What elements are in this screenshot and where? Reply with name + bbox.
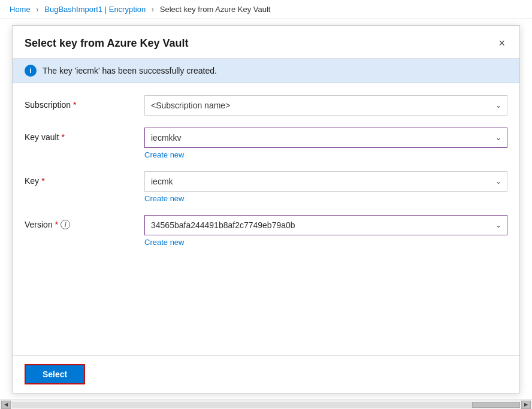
version-select[interactable]: 34565bafa244491b8af2c7749eb79a0b <box>144 215 507 235</box>
scroll-track <box>12 402 520 408</box>
version-info-icon[interactable]: i <box>61 220 70 229</box>
subscription-select[interactable]: <Subscription name> <box>144 95 507 116</box>
key-vault-select[interactable]: iecmkkv <box>144 128 507 148</box>
subscription-select-wrapper: <Subscription name> ⌄ <box>144 95 507 116</box>
version-label: Version * i <box>25 215 132 229</box>
key-create-new-link[interactable]: Create new <box>144 194 184 203</box>
breadcrumb-resource[interactable]: BugBashImport1 | Encryption <box>44 5 146 14</box>
key-vault-label: Key vault * <box>25 128 132 142</box>
version-required: * <box>55 220 58 229</box>
breadcrumb-home[interactable]: Home <box>10 5 31 14</box>
version-select-wrapper: 34565bafa244491b8af2c7749eb79a0b ⌄ <box>144 215 507 235</box>
subscription-label: Subscription * <box>25 95 132 110</box>
key-row: Key * iecmk ⌄ Create new <box>25 171 507 203</box>
version-row: Version * i 34565bafa244491b8af2c7749eb7… <box>25 215 507 247</box>
dialog-container: Select key from Azure Key Vault × i The … <box>12 25 520 393</box>
breadcrumb: Home › BugBashImport1 | Encryption › Sel… <box>0 0 532 19</box>
info-icon: i <box>25 65 37 77</box>
bottom-scrollbar: ◀ ▶ <box>0 399 532 409</box>
subscription-row: Subscription * <Subscription name> ⌄ <box>25 95 507 116</box>
key-vault-select-wrapper: iecmkkv ⌄ <box>144 128 507 148</box>
dialog-footer: Select <box>13 355 519 393</box>
info-banner: i The key 'iecmk' has been successfully … <box>13 59 519 83</box>
info-message: The key 'iecmk' has been successfully cr… <box>43 66 217 75</box>
dialog-body: Subscription * <Subscription name> ⌄ Key… <box>13 83 519 355</box>
key-required: * <box>41 176 44 186</box>
key-label: Key * <box>25 171 132 186</box>
key-input-group: iecmk ⌄ Create new <box>144 171 507 203</box>
key-select-wrapper: iecmk ⌄ <box>144 171 507 192</box>
dialog-header: Select key from Azure Key Vault × <box>13 26 519 59</box>
subscription-required: * <box>73 100 76 110</box>
subscription-input-group: <Subscription name> ⌄ <box>144 95 507 116</box>
version-create-new-link[interactable]: Create new <box>144 238 184 247</box>
close-button[interactable]: × <box>496 35 507 51</box>
version-input-group: 34565bafa244491b8af2c7749eb79a0b ⌄ Creat… <box>144 215 507 247</box>
breadcrumb-current: Select key from Azure Key Vault <box>160 5 271 14</box>
breadcrumb-sep2: › <box>152 5 154 14</box>
key-select[interactable]: iecmk <box>144 171 507 192</box>
scroll-left-arrow[interactable]: ◀ <box>1 401 11 409</box>
scroll-right-arrow[interactable]: ▶ <box>521 401 531 409</box>
select-button[interactable]: Select <box>25 364 85 384</box>
key-vault-required: * <box>62 132 65 142</box>
breadcrumb-sep1: › <box>36 5 38 14</box>
dialog-title: Select key from Azure Key Vault <box>25 37 188 50</box>
key-vault-row: Key vault * iecmkkv ⌄ Create new <box>25 128 507 159</box>
key-vault-create-new-link[interactable]: Create new <box>144 150 184 159</box>
key-vault-input-group: iecmkkv ⌄ Create new <box>144 128 507 159</box>
scroll-thumb[interactable] <box>472 402 520 408</box>
